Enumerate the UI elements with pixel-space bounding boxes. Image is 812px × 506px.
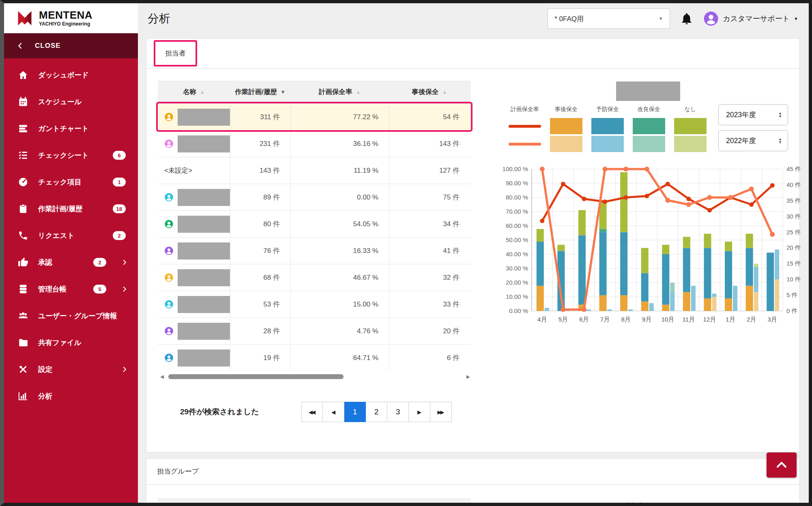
sidebar-item-ledger[interactable]: 管理台帳5: [4, 276, 138, 302]
column-header-rate[interactable]: 計画保全率▲: [290, 81, 389, 103]
svg-text:2月: 2月: [747, 316, 756, 323]
sidebar-item-files[interactable]: 共有ファイル: [4, 329, 138, 356]
after-cell: 20 件: [389, 318, 470, 344]
table-row[interactable]: 19 件64.71 %6 件: [158, 344, 471, 371]
next-page-button[interactable]: ▶: [409, 402, 430, 422]
sidebar-item-usergroup[interactable]: ユーザー・グループ情報: [4, 302, 138, 329]
svg-text:40 件: 40 件: [786, 181, 801, 188]
table-row[interactable]: 68 件46.67 %32 件: [158, 264, 471, 291]
sort-asc-icon: ▲: [356, 89, 361, 95]
section-tantou-group: 担当グループ 名称▲作業計画/履歴▼計画保全率▲事後保全▲ <未設定>: [146, 458, 800, 503]
sidebar-item-settings[interactable]: 設定: [4, 356, 138, 383]
user-menu[interactable]: カスタマーサポート ▼: [703, 11, 798, 26]
after-cell: 33 件: [389, 291, 470, 317]
phone-icon: [18, 230, 28, 241]
prev-page-button[interactable]: ◀: [323, 402, 344, 422]
table-row[interactable]: <未設定>143 件11.19 %127 件: [158, 157, 471, 184]
sidebar-item-workplan[interactable]: 作業計画/履歴18: [4, 195, 138, 222]
page-button-2[interactable]: 2: [366, 402, 387, 422]
year-select-2023[interactable]: 2023年度 ▲▼: [718, 104, 788, 125]
sidebar-item-checksheet[interactable]: チェックシート6: [4, 142, 138, 169]
legend-box-swatch: [633, 118, 665, 134]
sidebar-item-label: 承認: [38, 257, 52, 267]
sidebar-item-request[interactable]: リクエスト2: [4, 222, 138, 249]
legend-box-swatch: [550, 118, 582, 134]
rate-cell: 11.19 %: [290, 157, 389, 184]
sidebar-item-checkitem[interactable]: チェック項目1: [4, 169, 138, 195]
last-page-button[interactable]: ▶▶: [430, 402, 452, 422]
column-header-rate[interactable]: 計画保全率▲: [290, 498, 389, 503]
plans-cell: 19 件: [230, 345, 290, 371]
scroll-to-top-button[interactable]: [767, 452, 797, 478]
page-button-3[interactable]: 3: [387, 402, 409, 422]
column-header-plans[interactable]: 作業計画/履歴▼: [230, 81, 290, 103]
scrollbar-thumb[interactable]: [168, 374, 344, 379]
table-row[interactable]: 28 件4.76 %20 件: [158, 317, 471, 344]
sidebar-item-dashboard[interactable]: ダッシュボード: [4, 62, 138, 88]
sort-asc-icon: ▲: [200, 89, 205, 95]
svg-text:25 件: 25 件: [786, 229, 801, 236]
year-select-2022[interactable]: 2022年度 ▲▼: [718, 130, 788, 151]
column-header-after[interactable]: 事後保全▲: [389, 498, 470, 503]
column-header-name[interactable]: 名称▲: [158, 498, 230, 503]
table-row[interactable]: 53 件15.00 %33 件: [158, 291, 471, 317]
plans-cell: 53 件: [230, 291, 290, 317]
sidebar-item-gantt[interactable]: ガントチャート: [4, 115, 138, 142]
table-row[interactable]: 89 件0.00 %75 件: [158, 184, 471, 210]
table-header: 名称▲作業計画/履歴▼計画保全率▲事後保全▲: [158, 81, 471, 103]
user-name: カスタマーサポート: [723, 14, 790, 24]
plans-cell: 89 件: [230, 184, 290, 210]
first-page-button[interactable]: ◀◀: [301, 402, 323, 422]
scroll-right-icon[interactable]: ▶: [466, 374, 470, 380]
table-row[interactable]: 76 件16.33 %41 件: [158, 237, 471, 264]
legend-box-swatch: [550, 136, 582, 152]
chevron-down-icon: ▼: [658, 16, 663, 21]
sidebar-item-schedule[interactable]: スケジュール: [4, 88, 138, 115]
svg-text:9月: 9月: [642, 316, 651, 323]
svg-text:30.00 %: 30.00 %: [506, 265, 528, 272]
calendar-icon: [18, 96, 28, 107]
rate-cell: 15.00 %: [290, 291, 389, 317]
section-title: 担当グループ: [157, 467, 199, 476]
scroll-left-icon[interactable]: ◀: [160, 374, 164, 380]
svg-text:10月: 10月: [661, 316, 674, 323]
notifications-bell-icon[interactable]: [680, 12, 694, 26]
svg-text:5月: 5月: [559, 316, 568, 323]
thumbsup-icon: [18, 257, 28, 268]
result-count: 29件が検索されました: [180, 407, 259, 417]
top-header: 分析 * 0FAQ用 ▼ カスタマーサポート ▼: [138, 3, 809, 34]
rate-cell: 0.00 %: [290, 184, 389, 210]
sidebar-item-analysis[interactable]: 分析: [4, 383, 138, 410]
svg-text:4月: 4月: [537, 316, 547, 323]
table-row[interactable]: 80 件54.05 %34 件: [158, 210, 471, 237]
horizontal-scrollbar[interactable]: ◀ ▶: [158, 374, 471, 380]
rate-cell: 77.22 %: [290, 104, 389, 130]
svg-text:0.00 %: 0.00 %: [509, 307, 528, 314]
page-button-1[interactable]: 1: [344, 402, 366, 422]
person-icon: [164, 219, 174, 229]
column-header-plans[interactable]: 作業計画/履歴▼: [230, 498, 290, 503]
sort-asc-icon: ▲: [443, 89, 447, 95]
table-row[interactable]: 311 件77.22 %54 件: [158, 103, 471, 130]
person-icon: [164, 246, 174, 255]
plans-cell: 231 件: [230, 131, 290, 157]
plans-cell: 76 件: [230, 238, 290, 264]
sidebar-item-label: ダッシュボード: [38, 70, 89, 80]
gauge-icon: [18, 177, 28, 187]
table-row[interactable]: 231 件36.16 %143 件: [158, 130, 471, 157]
legend-label: 改良保全: [628, 106, 670, 117]
person-icon: [164, 273, 174, 282]
sidebar: MENTENA YACHIYO Engineering CLOSE ダッシュボー…: [4, 3, 138, 503]
sidebar-item-label: 管理台帳: [38, 284, 67, 294]
column-header-after[interactable]: 事後保全▲: [389, 81, 470, 103]
rate-cell: 4.76 %: [290, 318, 389, 344]
sidebar-close-button[interactable]: CLOSE: [4, 33, 138, 58]
column-header-name[interactable]: 名称▲: [158, 81, 230, 103]
sidebar-item-approval[interactable]: 承認2: [4, 249, 138, 276]
after-cell: 143 件: [389, 131, 470, 157]
legend-line-swatch: [509, 143, 541, 146]
workspace-select[interactable]: * 0FAQ用 ▼: [548, 9, 670, 29]
tantousha-table: 名称▲作業計画/履歴▼計画保全率▲事後保全▲311 件77.22 %54 件23…: [158, 81, 471, 371]
annotation-box: 担当者: [154, 40, 197, 66]
rate-cell: 64.71 %: [290, 345, 389, 371]
